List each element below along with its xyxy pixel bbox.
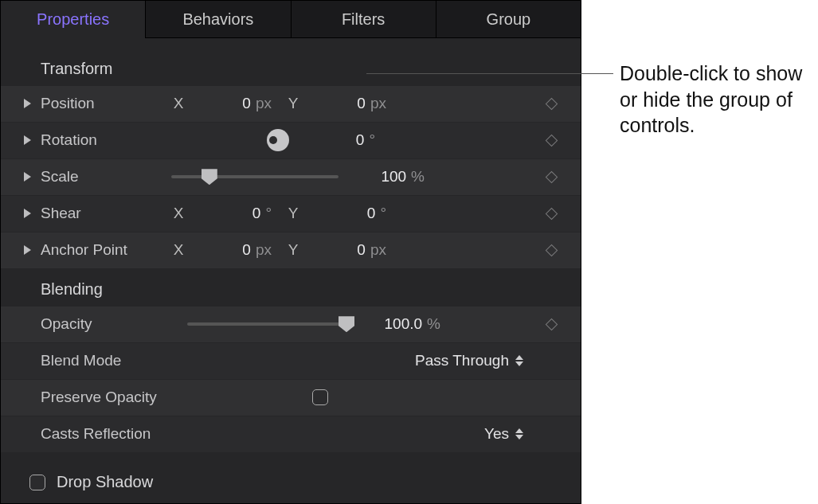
shear-y-field[interactable]: 0 ° <box>315 205 386 222</box>
blend-mode-row: Blend Mode Pass Through <box>1 343 581 380</box>
scale-slider[interactable] <box>171 175 339 178</box>
drop-shadow-label: Drop Shadow <box>57 473 153 491</box>
axis-y-label: Y <box>286 95 300 112</box>
position-y-field[interactable]: 0 px <box>315 95 386 112</box>
shear-label: Shear <box>41 205 168 222</box>
tab-behaviors[interactable]: Behaviors <box>146 1 291 38</box>
disclosure-icon[interactable] <box>24 135 31 145</box>
slider-thumb-icon[interactable] <box>202 169 217 185</box>
rotation-label: Rotation <box>41 131 168 149</box>
position-row: Position X 0 px Y 0 px <box>1 86 581 123</box>
scale-row: Scale 100 % <box>1 159 581 196</box>
tab-properties[interactable]: Properties <box>1 1 146 38</box>
inspector-tabs: Properties Behaviors Filters Group <box>1 1 581 38</box>
updown-icon <box>515 428 523 440</box>
opacity-row: Opacity 100.0 % <box>1 307 581 343</box>
keyframe-icon[interactable] <box>545 318 558 330</box>
preserve-opacity-row: Preserve Opacity <box>1 380 581 416</box>
opacity-field[interactable]: 100.0 % <box>369 315 440 333</box>
axis-y-label: Y <box>286 241 300 259</box>
drop-shadow-checkbox[interactable] <box>29 475 45 490</box>
preserve-opacity-label: Preserve Opacity <box>41 389 184 406</box>
blending-section-header[interactable]: Blending <box>1 269 581 307</box>
scale-label: Scale <box>41 168 168 186</box>
disclosure-icon[interactable] <box>24 99 31 108</box>
inspector-panel: Properties Behaviors Filters Group Trans… <box>0 0 581 504</box>
position-label: Position <box>41 95 168 112</box>
anchor-y-field[interactable]: 0 px <box>315 241 386 259</box>
axis-y-label: Y <box>286 205 300 222</box>
drop-shadow-section-header[interactable]: Drop Shadow <box>1 462 581 503</box>
keyframe-icon[interactable] <box>545 134 558 147</box>
casts-reflection-popup[interactable]: Yes <box>184 425 531 443</box>
slider-thumb-icon[interactable] <box>339 316 354 332</box>
axis-x-label: X <box>171 205 186 222</box>
blending-rows: Opacity 100.0 % Blend Mode Pass Through <box>1 307 581 453</box>
keyframe-icon[interactable] <box>545 244 558 256</box>
axis-x-label: X <box>171 95 186 112</box>
anchor-x-field[interactable]: 0 px <box>200 241 272 259</box>
rotation-row: Rotation 0 ° <box>1 123 581 159</box>
annotation-area: Double-click to show or hide the group o… <box>581 0 818 504</box>
opacity-slider[interactable] <box>187 322 354 326</box>
shear-row: Shear X 0 ° Y 0 ° <box>1 196 581 232</box>
scale-field[interactable]: 100 % <box>353 168 425 186</box>
callout-text: Double-click to show or hide the group o… <box>620 61 818 139</box>
casts-reflection-row: Casts Reflection Yes <box>1 416 581 453</box>
rotation-dial[interactable] <box>267 129 289 151</box>
anchor-point-label: Anchor Point <box>41 241 168 259</box>
disclosure-icon[interactable] <box>24 209 31 218</box>
updown-icon <box>515 355 523 366</box>
casts-reflection-label: Casts Reflection <box>41 425 184 443</box>
position-x-field[interactable]: 0 px <box>200 95 272 112</box>
shear-x-field[interactable]: 0 ° <box>200 205 272 222</box>
preserve-opacity-checkbox[interactable] <box>312 389 328 405</box>
keyframe-icon[interactable] <box>545 207 558 220</box>
tab-group[interactable]: Group <box>436 1 581 38</box>
callout-line <box>366 73 613 74</box>
keyframe-icon[interactable] <box>545 97 558 110</box>
transform-section-header[interactable]: Transform <box>1 49 581 86</box>
keyframe-icon[interactable] <box>545 170 558 183</box>
transform-rows: Position X 0 px Y 0 px Rotation <box>1 86 581 269</box>
blend-mode-label: Blend Mode <box>41 352 184 369</box>
axis-x-label: X <box>171 241 186 259</box>
tab-filters[interactable]: Filters <box>292 1 436 38</box>
anchor-point-row: Anchor Point X 0 px Y 0 px <box>1 232 581 269</box>
rotation-field[interactable]: 0 ° <box>303 131 375 149</box>
blend-mode-popup[interactable]: Pass Through <box>184 352 531 369</box>
disclosure-icon[interactable] <box>24 172 31 182</box>
opacity-label: Opacity <box>41 315 184 333</box>
disclosure-icon[interactable] <box>24 245 31 255</box>
